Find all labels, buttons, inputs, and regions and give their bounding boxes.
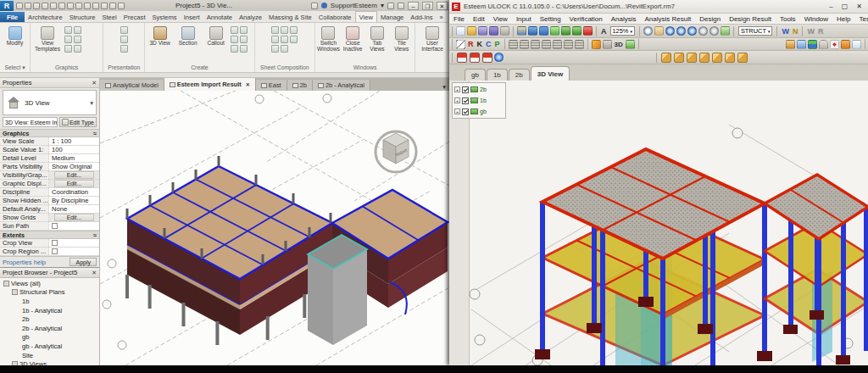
tree-item-2b[interactable]: 2b (0, 315, 99, 324)
expand-icon[interactable]: + (454, 97, 460, 103)
lightning-analysis-icon[interactable] (592, 40, 601, 49)
struct-mode-select[interactable]: STRUCT ▾ (738, 26, 773, 36)
layer-row-1b[interactable]: + 1b (454, 95, 504, 106)
view-templates-button[interactable]: View Templates (32, 25, 63, 53)
aligned-dimension-icon[interactable] (75, 3, 82, 9)
user-interface-button[interactable]: User Interface (417, 25, 448, 53)
close-button[interactable]: ✕ (437, 2, 448, 10)
view-tab-list-caret-icon[interactable]: ▾ (439, 83, 449, 91)
tab-insert[interactable]: Insert (181, 12, 203, 22)
tab-views-button[interactable]: Tab Views (366, 25, 389, 53)
remove-hidden-lines-icon[interactable] (64, 45, 72, 53)
minimize-button[interactable]: – (829, 3, 832, 10)
thin-lines-small-icon[interactable] (64, 36, 72, 43)
save-icon[interactable] (25, 3, 31, 9)
matchline-icon[interactable] (281, 36, 288, 43)
export-icon[interactable] (528, 26, 537, 36)
view-tab-esteem-import-result[interactable]: Esteem Import Result✕ (164, 78, 256, 91)
redo-icon[interactable] (572, 26, 581, 36)
new-file-icon[interactable] (456, 26, 465, 36)
beam-tool-icon[interactable]: R (468, 40, 474, 48)
search-icon[interactable] (311, 3, 318, 9)
font-icon[interactable]: A (601, 27, 607, 36)
tag-icon[interactable] (84, 3, 91, 9)
group-label-sheet-composition[interactable]: Sheet Composition (255, 63, 314, 72)
tree-item-2b-analytical[interactable]: 2b - Analytical (0, 324, 99, 333)
project-browser-close-icon[interactable]: ✕ (92, 270, 97, 276)
sun-path-checkbox[interactable] (52, 223, 58, 229)
viewcube[interactable]: RIGHT (370, 121, 422, 174)
menu-design[interactable]: Design (695, 15, 725, 23)
struct-caret-icon[interactable]: ▾ (768, 29, 771, 34)
tab-file[interactable]: File (0, 12, 25, 22)
modify-button[interactable]: Modify (2, 25, 28, 47)
tab-collaborate[interactable]: Collaborate (315, 12, 355, 22)
3d-mode-icon[interactable]: 3D (615, 41, 623, 48)
3d-view-button[interactable]: 3D View (147, 25, 173, 47)
node-tool-icon[interactable]: N (793, 27, 798, 36)
navigate-icon[interactable] (494, 53, 504, 62)
tree-item-gb-analytical[interactable]: gb - Analytical (0, 342, 99, 351)
tree-item-site[interactable]: Site (0, 351, 99, 360)
menu-tools[interactable]: Tools (776, 15, 800, 23)
tab-annotate[interactable]: Annotate (203, 12, 236, 22)
front-view-icon[interactable] (687, 53, 697, 63)
show-hidden-lines-icon[interactable] (74, 36, 81, 43)
project-view-icon[interactable] (457, 53, 467, 63)
account-name[interactable]: SupportEsteem (331, 2, 377, 9)
iso-view-icon[interactable] (661, 53, 671, 63)
print-icon[interactable] (500, 26, 509, 36)
text-icon[interactable] (92, 3, 99, 9)
filter-icon[interactable] (74, 26, 81, 34)
tab-steel[interactable]: Steel (98, 12, 120, 22)
left-view-icon[interactable] (712, 53, 722, 63)
tree-item-1b[interactable]: 1b (0, 297, 99, 306)
line-tool-icon[interactable] (456, 40, 465, 49)
tab-view[interactable]: View (355, 11, 377, 22)
open-icon[interactable] (467, 26, 476, 36)
close-view-icon[interactable]: ✕ (246, 81, 250, 87)
layers-icon[interactable] (808, 40, 817, 49)
refresh-icon[interactable] (550, 26, 559, 36)
view-reference-icon[interactable] (290, 36, 298, 43)
menu-analysis[interactable]: Analysis (607, 15, 641, 23)
export-report-icon[interactable] (852, 40, 861, 49)
delete-icon[interactable] (583, 26, 593, 36)
instance-selector[interactable]: 3D View: Esteem Imp ∨ (3, 117, 58, 127)
group-label-presentation[interactable]: Presentation (103, 63, 144, 72)
frame-view-icon[interactable] (482, 53, 492, 63)
layer-checkbox[interactable] (462, 109, 469, 115)
tab-1b[interactable]: 1b (487, 69, 508, 81)
app-store-icon[interactable] (387, 3, 394, 9)
tree-item-1b-analytical[interactable]: 1b - Analytical (0, 306, 99, 315)
apply-button[interactable]: Apply (70, 258, 97, 266)
sync-icon[interactable] (33, 3, 40, 9)
layer-checkbox[interactable] (462, 86, 469, 93)
group-label-create[interactable]: Create (145, 63, 253, 72)
tab-manage[interactable]: Manage (377, 12, 407, 22)
section-button[interactable]: Section (175, 25, 201, 47)
crop-view-checkbox[interactable] (52, 240, 58, 246)
cut-profile-icon[interactable] (74, 45, 81, 53)
back-view-icon[interactable] (699, 53, 709, 63)
edit-type-button[interactable]: Edit Type (59, 117, 97, 127)
revit-drawing-area[interactable]: RIGHT (100, 91, 449, 365)
undo-icon[interactable] (42, 3, 48, 9)
menu-file[interactable]: File (449, 15, 469, 23)
tab-systems[interactable]: Systems (149, 12, 181, 22)
properties-help-link[interactable]: Properties help (3, 259, 46, 266)
column-tool-icon[interactable]: K (477, 40, 483, 48)
elevation-icon[interactable] (240, 26, 248, 34)
plan-views-icon[interactable] (231, 26, 238, 34)
maximize-button[interactable]: ▢ (842, 3, 849, 10)
help-icon[interactable] (398, 3, 404, 9)
properties-header[interactable]: Properties ✕ (0, 78, 99, 88)
tab-structure[interactable]: Structure (66, 12, 99, 22)
view-tab-east[interactable]: East (256, 80, 287, 91)
tab-gb[interactable]: gb (465, 69, 486, 81)
menu-input[interactable]: Input (512, 15, 536, 23)
account-caret-icon[interactable]: ▾ (381, 2, 384, 9)
tab-massing-site[interactable]: Massing & Site (265, 12, 315, 22)
tab-architecture[interactable]: Architecture (25, 12, 66, 22)
properties-section-extents[interactable]: Extents≈ (0, 231, 99, 239)
